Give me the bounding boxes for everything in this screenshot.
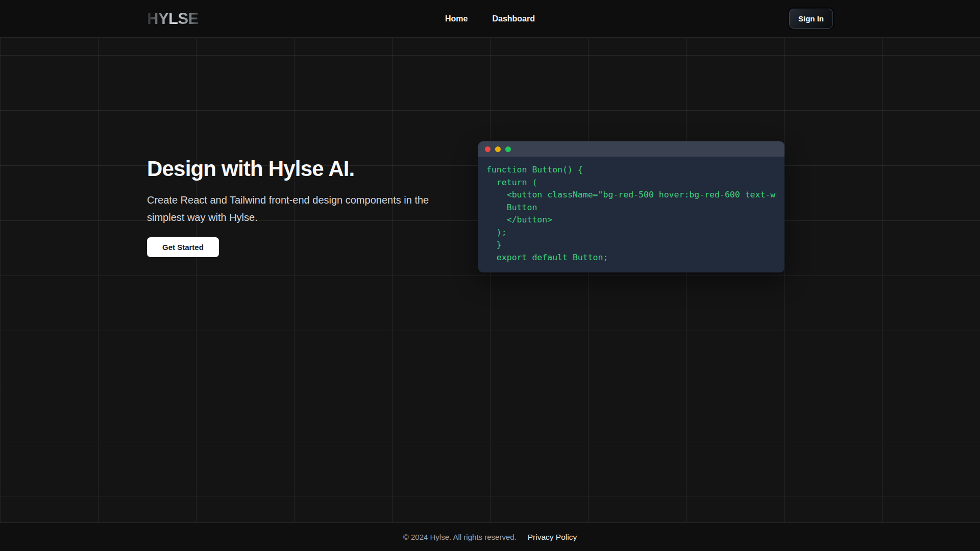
code-window-titlebar [478, 141, 785, 157]
sign-in-button[interactable]: Sign In [789, 9, 833, 29]
nav-link-home[interactable]: Home [445, 14, 468, 23]
maximize-dot-icon [505, 146, 511, 152]
code-line: ); [486, 227, 776, 239]
code-line: </button> [486, 214, 776, 227]
nav-container: HYLSE Home Dashboard Sign In [147, 0, 833, 37]
code-line: function Button() { [486, 164, 776, 177]
minimize-dot-icon [495, 146, 501, 152]
code-line: <button className="bg-red-500 hover:bg-r… [486, 189, 776, 202]
brand-logo[interactable]: HYLSE [147, 10, 199, 28]
copyright-text: © 2024 Hylse. All rights reserved. [403, 533, 517, 541]
nav-links: Home Dashboard [445, 14, 535, 23]
footer: © 2024 Hylse. All rights reserved. Priva… [0, 522, 980, 551]
close-dot-icon [485, 146, 491, 152]
code-line: } [486, 239, 776, 252]
hero-title: Design with Hylse AI. [147, 157, 453, 181]
code-line: return ( [486, 177, 776, 189]
code-line: Button [486, 202, 776, 214]
code-snippet: function Button() { return ( <button cla… [478, 157, 785, 272]
hero-text-block: Design with Hylse AI. Create React and T… [147, 157, 453, 257]
hero-section: Design with Hylse AI. Create React and T… [147, 38, 833, 272]
nav-link-dashboard[interactable]: Dashboard [492, 14, 535, 23]
hero-subtitle: Create React and Tailwind front-end desi… [147, 192, 453, 226]
code-window: function Button() { return ( <button cla… [478, 141, 785, 272]
privacy-policy-link[interactable]: Privacy Policy [528, 533, 577, 542]
main-content: Design with Hylse AI. Create React and T… [0, 38, 980, 522]
top-nav: HYLSE Home Dashboard Sign In [0, 0, 980, 38]
code-line: export default Button; [486, 252, 776, 264]
get-started-button[interactable]: Get Started [147, 237, 219, 257]
